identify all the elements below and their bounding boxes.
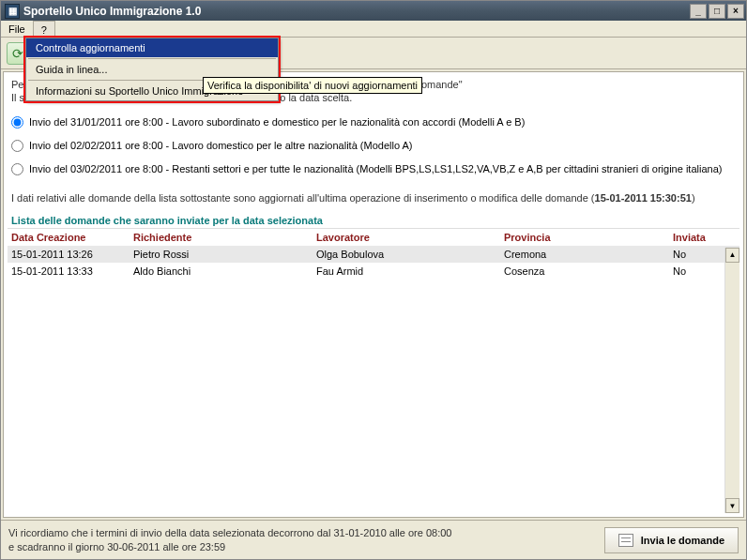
scroll-up-button[interactable]: ▲ <box>725 248 739 263</box>
menu-check-updates[interactable]: Controlla aggiornamenti <box>26 38 278 57</box>
col-header-lavoratore[interactable]: Lavoratore <box>316 232 504 243</box>
window-controls: _ □ × <box>690 4 744 19</box>
table-body: 15-01-2011 13:26 Pietro Rossi Olga Bobul… <box>8 246 739 514</box>
update-note: I dati relativi alle domande della lista… <box>4 187 743 209</box>
footer: Vi ricordiamo che i termini di invio del… <box>1 520 746 559</box>
tooltip: Verifica la disponibilita' di nuovi aggi… <box>203 77 422 94</box>
menubar: File ? Controlla aggiornamenti Guida in … <box>1 21 746 38</box>
scrollbar[interactable]: ▲ ▼ <box>724 248 739 514</box>
close-button[interactable]: × <box>727 4 744 19</box>
table-row[interactable]: 15-01-2011 13:26 Pietro Rossi Olga Bobul… <box>8 246 739 263</box>
table-header: Data Creazione Richiedente Lavoratore Pr… <box>8 229 739 246</box>
content-area: Per premere sul pulsante "Invia le doman… <box>3 71 744 518</box>
radio-input[interactable] <box>11 140 23 152</box>
scroll-down-button[interactable]: ▼ <box>725 498 739 513</box>
col-header-date[interactable]: Data Creazione <box>11 232 133 243</box>
submit-button[interactable]: Invia le domande <box>604 527 739 553</box>
radio-group: Invio del 31/01/2011 ore 8:00 - Lavoro s… <box>4 105 743 187</box>
document-icon <box>618 534 633 547</box>
window-title: Sportello Unico Immigrazione 1.0 <box>23 5 690 18</box>
app-window: ▦ Sportello Unico Immigrazione 1.0 _ □ ×… <box>0 0 747 560</box>
radio-option-2[interactable]: Invio del 02/02/2011 ore 8:00 - Lavoro d… <box>11 134 736 158</box>
radio-input[interactable] <box>11 116 23 129</box>
col-header-richiedente[interactable]: Richiedente <box>133 232 316 243</box>
radio-option-1[interactable]: Invio del 31/01/2011 ore 8:00 - Lavoro s… <box>11 111 736 134</box>
titlebar: ▦ Sportello Unico Immigrazione 1.0 _ □ × <box>1 1 746 21</box>
refresh-icon: ⟳ <box>12 46 23 61</box>
menu-help[interactable]: ? <box>33 21 55 37</box>
footer-text: Vi ricordiamo che i termini di invio del… <box>8 526 604 553</box>
maximize-button[interactable]: □ <box>709 4 725 19</box>
col-header-inviata[interactable]: Inviata <box>673 232 710 243</box>
radio-input[interactable] <box>11 163 23 175</box>
minimize-button[interactable]: _ <box>690 4 707 19</box>
menu-online-guide[interactable]: Guida in linea... <box>26 60 278 79</box>
col-header-provincia[interactable]: Provincia <box>504 232 673 243</box>
app-icon: ▦ <box>5 4 20 19</box>
menu-file[interactable]: File <box>1 21 33 37</box>
table-title: Lista delle domande che saranno inviate … <box>4 209 743 228</box>
menu-separator <box>28 58 276 59</box>
table: Data Creazione Richiedente Lavoratore Pr… <box>8 228 739 514</box>
table-row[interactable]: 15-01-2011 13:33 Aldo Bianchi Fau Armid … <box>8 263 739 280</box>
radio-option-3[interactable]: Invio del 03/02/2011 ore 8:00 - Restanti… <box>11 158 736 181</box>
